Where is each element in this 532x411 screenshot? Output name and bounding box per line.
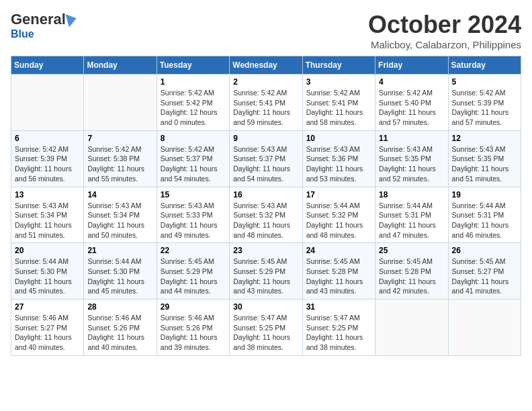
calendar-table: SundayMondayTuesdayWednesdayThursdayFrid… xyxy=(11,56,521,356)
calendar-cell: 17Sunrise: 5:44 AM Sunset: 5:32 PM Dayli… xyxy=(302,187,375,243)
cell-details: Sunrise: 5:45 AM Sunset: 5:28 PM Dayligh… xyxy=(306,257,371,296)
day-number: 6 xyxy=(15,134,80,143)
cell-details: Sunrise: 5:44 AM Sunset: 5:31 PM Dayligh… xyxy=(379,201,444,240)
day-number: 15 xyxy=(161,190,226,199)
cell-details: Sunrise: 5:46 AM Sunset: 5:26 PM Dayligh… xyxy=(87,313,152,353)
cell-details: Sunrise: 5:45 AM Sunset: 5:27 PM Dayligh… xyxy=(452,257,517,296)
day-number: 9 xyxy=(233,134,298,143)
day-number: 3 xyxy=(306,77,371,87)
cell-details: Sunrise: 5:43 AM Sunset: 5:36 PM Dayligh… xyxy=(306,144,371,184)
column-header-monday: Monday xyxy=(84,56,157,75)
calendar-cell: 16Sunrise: 5:43 AM Sunset: 5:32 PM Dayli… xyxy=(230,187,302,243)
month-title: October 2024 xyxy=(368,11,521,39)
calendar-cell: 8Sunrise: 5:42 AM Sunset: 5:37 PM Daylig… xyxy=(157,130,229,187)
calendar-cell: 3Sunrise: 5:42 AM Sunset: 5:41 PM Daylig… xyxy=(302,75,375,131)
calendar-cell: 28Sunrise: 5:46 AM Sunset: 5:26 PM Dayli… xyxy=(84,300,157,356)
calendar-cell xyxy=(375,300,448,356)
page-header: General Blue October 2024 Malicboy, Cala… xyxy=(11,11,521,50)
calendar-cell: 30Sunrise: 5:47 AM Sunset: 5:25 PM Dayli… xyxy=(230,300,302,356)
day-number: 23 xyxy=(233,246,298,255)
cell-details: Sunrise: 5:45 AM Sunset: 5:29 PM Dayligh… xyxy=(233,257,298,296)
calendar-cell: 21Sunrise: 5:44 AM Sunset: 5:30 PM Dayli… xyxy=(84,243,157,300)
cell-details: Sunrise: 5:42 AM Sunset: 5:38 PM Dayligh… xyxy=(87,144,152,184)
cell-details: Sunrise: 5:44 AM Sunset: 5:31 PM Dayligh… xyxy=(452,201,517,240)
cell-details: Sunrise: 5:42 AM Sunset: 5:42 PM Dayligh… xyxy=(161,88,226,128)
day-number: 4 xyxy=(379,77,444,87)
calendar-cell: 7Sunrise: 5:42 AM Sunset: 5:38 PM Daylig… xyxy=(84,130,157,187)
calendar-cell xyxy=(11,75,84,131)
cell-details: Sunrise: 5:43 AM Sunset: 5:35 PM Dayligh… xyxy=(452,144,517,184)
day-number: 13 xyxy=(15,190,80,199)
day-number: 11 xyxy=(379,134,444,143)
cell-details: Sunrise: 5:42 AM Sunset: 5:37 PM Dayligh… xyxy=(161,144,226,184)
calendar-cell: 18Sunrise: 5:44 AM Sunset: 5:31 PM Dayli… xyxy=(375,187,448,243)
cell-details: Sunrise: 5:42 AM Sunset: 5:41 PM Dayligh… xyxy=(306,88,371,128)
day-number: 8 xyxy=(161,134,226,143)
calendar-header-row: SundayMondayTuesdayWednesdayThursdayFrid… xyxy=(11,56,521,75)
calendar-cell: 6Sunrise: 5:42 AM Sunset: 5:39 PM Daylig… xyxy=(11,130,84,187)
day-number: 20 xyxy=(15,246,80,255)
location-subtitle: Malicboy, Calabarzon, Philippines xyxy=(368,39,521,50)
calendar-cell: 19Sunrise: 5:44 AM Sunset: 5:31 PM Dayli… xyxy=(448,187,521,243)
column-header-wednesday: Wednesday xyxy=(230,56,302,75)
day-number: 18 xyxy=(379,190,444,199)
cell-details: Sunrise: 5:45 AM Sunset: 5:29 PM Dayligh… xyxy=(161,257,226,296)
calendar-week-row: 1Sunrise: 5:42 AM Sunset: 5:42 PM Daylig… xyxy=(11,75,521,131)
logo: General Blue xyxy=(11,11,77,40)
day-number: 26 xyxy=(452,246,517,255)
calendar-cell: 26Sunrise: 5:45 AM Sunset: 5:27 PM Dayli… xyxy=(448,243,521,300)
cell-details: Sunrise: 5:46 AM Sunset: 5:26 PM Dayligh… xyxy=(161,313,226,353)
cell-details: Sunrise: 5:46 AM Sunset: 5:27 PM Dayligh… xyxy=(15,313,80,353)
calendar-cell: 2Sunrise: 5:42 AM Sunset: 5:41 PM Daylig… xyxy=(230,75,302,131)
day-number: 19 xyxy=(452,190,517,199)
calendar-cell: 23Sunrise: 5:45 AM Sunset: 5:29 PM Dayli… xyxy=(230,243,302,300)
cell-details: Sunrise: 5:43 AM Sunset: 5:35 PM Dayligh… xyxy=(379,144,444,184)
cell-details: Sunrise: 5:44 AM Sunset: 5:30 PM Dayligh… xyxy=(87,257,152,296)
column-header-saturday: Saturday xyxy=(448,56,521,75)
day-number: 10 xyxy=(306,134,371,143)
day-number: 24 xyxy=(306,246,371,255)
column-header-tuesday: Tuesday xyxy=(157,56,229,75)
calendar-cell xyxy=(84,75,157,131)
calendar-cell: 12Sunrise: 5:43 AM Sunset: 5:35 PM Dayli… xyxy=(448,130,521,187)
cell-details: Sunrise: 5:42 AM Sunset: 5:39 PM Dayligh… xyxy=(15,144,80,184)
day-number: 21 xyxy=(87,246,152,255)
logo-blue-text: Blue xyxy=(11,28,34,40)
logo-arrow-icon xyxy=(66,12,79,28)
calendar-cell: 29Sunrise: 5:46 AM Sunset: 5:26 PM Dayli… xyxy=(157,300,229,356)
day-number: 29 xyxy=(161,302,226,312)
day-number: 14 xyxy=(87,190,152,199)
day-number: 7 xyxy=(87,134,152,143)
cell-details: Sunrise: 5:42 AM Sunset: 5:39 PM Dayligh… xyxy=(452,88,517,128)
calendar-cell: 4Sunrise: 5:42 AM Sunset: 5:40 PM Daylig… xyxy=(375,75,448,131)
calendar-cell: 25Sunrise: 5:45 AM Sunset: 5:28 PM Dayli… xyxy=(375,243,448,300)
cell-details: Sunrise: 5:44 AM Sunset: 5:32 PM Dayligh… xyxy=(306,201,371,240)
day-number: 2 xyxy=(233,77,298,87)
column-header-sunday: Sunday xyxy=(11,56,84,75)
calendar-cell: 31Sunrise: 5:47 AM Sunset: 5:25 PM Dayli… xyxy=(302,300,375,356)
calendar-cell: 27Sunrise: 5:46 AM Sunset: 5:27 PM Dayli… xyxy=(11,300,84,356)
calendar-cell: 1Sunrise: 5:42 AM Sunset: 5:42 PM Daylig… xyxy=(157,75,229,131)
calendar-cell xyxy=(448,300,521,356)
calendar-cell: 9Sunrise: 5:43 AM Sunset: 5:37 PM Daylig… xyxy=(230,130,302,187)
calendar-cell: 11Sunrise: 5:43 AM Sunset: 5:35 PM Dayli… xyxy=(375,130,448,187)
calendar-week-row: 13Sunrise: 5:43 AM Sunset: 5:34 PM Dayli… xyxy=(11,187,521,243)
day-number: 30 xyxy=(233,302,298,312)
title-block: October 2024 Malicboy, Calabarzon, Phili… xyxy=(368,11,521,50)
calendar-cell: 15Sunrise: 5:43 AM Sunset: 5:33 PM Dayli… xyxy=(157,187,229,243)
day-number: 16 xyxy=(233,190,298,199)
calendar-week-row: 27Sunrise: 5:46 AM Sunset: 5:27 PM Dayli… xyxy=(11,300,521,356)
calendar-cell: 13Sunrise: 5:43 AM Sunset: 5:34 PM Dayli… xyxy=(11,187,84,243)
calendar-cell: 22Sunrise: 5:45 AM Sunset: 5:29 PM Dayli… xyxy=(157,243,229,300)
calendar-cell: 14Sunrise: 5:43 AM Sunset: 5:34 PM Dayli… xyxy=(84,187,157,243)
cell-details: Sunrise: 5:43 AM Sunset: 5:37 PM Dayligh… xyxy=(233,144,298,184)
cell-details: Sunrise: 5:42 AM Sunset: 5:41 PM Dayligh… xyxy=(233,88,298,128)
day-number: 17 xyxy=(306,190,371,199)
calendar-week-row: 20Sunrise: 5:44 AM Sunset: 5:30 PM Dayli… xyxy=(11,243,521,300)
calendar-week-row: 6Sunrise: 5:42 AM Sunset: 5:39 PM Daylig… xyxy=(11,130,521,187)
calendar-cell: 5Sunrise: 5:42 AM Sunset: 5:39 PM Daylig… xyxy=(448,75,521,131)
cell-details: Sunrise: 5:47 AM Sunset: 5:25 PM Dayligh… xyxy=(233,313,298,353)
day-number: 28 xyxy=(87,302,152,312)
cell-details: Sunrise: 5:44 AM Sunset: 5:30 PM Dayligh… xyxy=(15,257,80,296)
day-number: 25 xyxy=(379,246,444,255)
